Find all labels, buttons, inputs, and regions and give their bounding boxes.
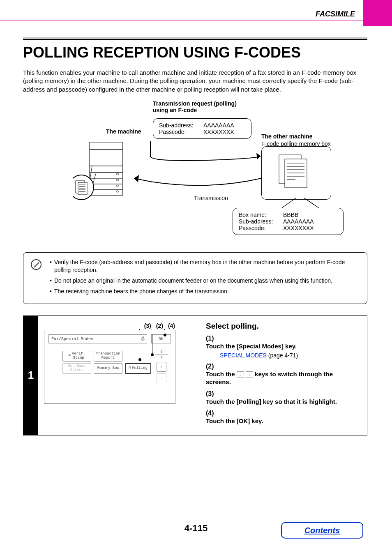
leader-dot (138, 358, 141, 361)
note-item: Verify the F-code (sub-address and passc… (54, 258, 361, 274)
note-item: The receiving machine bears the phone ch… (54, 288, 229, 296)
header-rule (0, 21, 363, 21)
note-icon (31, 259, 42, 270)
machine-label: The machine (106, 128, 141, 135)
ok-button[interactable]: OK (151, 334, 171, 343)
svg-rect-0 (90, 142, 122, 150)
down-arrow-key-icon: ↓ (237, 371, 244, 378)
transaction-report-button[interactable]: Transaction Report (94, 351, 122, 362)
page-down-button[interactable]: ↓ (157, 373, 166, 383)
memory-box-button[interactable]: Memory Box (94, 363, 122, 374)
step-instructions: Select polling. (1) Touch the [Special M… (199, 316, 367, 435)
arrows-icon (126, 137, 265, 199)
svg-rect-2 (90, 166, 122, 173)
leader-dot (151, 353, 154, 356)
mode-icon: ⎙ (141, 336, 144, 342)
header-category: FACSIMILE (316, 10, 355, 18)
svg-marker-21 (256, 153, 261, 159)
page-up-button[interactable]: ↑ (157, 362, 166, 372)
diagram: Transmission request (polling) using an … (39, 100, 367, 248)
step-item-2: Touch the ↓ ↑ keys to switch through the… (206, 370, 346, 386)
svg-point-8 (116, 179, 119, 181)
svg-line-32 (304, 198, 319, 208)
step-item-1: Touch the [Special Modes] key. (206, 342, 346, 350)
section-color-tab (363, 0, 392, 26)
other-machine-label: The other machine (261, 133, 312, 140)
leader-line (152, 334, 152, 354)
step-number: 1 (23, 316, 38, 435)
svg-line-31 (282, 198, 296, 208)
note-item: Do not place an original in the automati… (54, 277, 332, 285)
screen-title: Fax/Special Modes (51, 337, 93, 341)
notes-list: •Verify the F-code (sub-address and pass… (50, 258, 361, 295)
intro-paragraph: This function enables your machine to ca… (23, 69, 367, 94)
title-rule-thick (23, 39, 367, 40)
svg-rect-13 (78, 182, 87, 195)
transmission-label: Transmission (194, 195, 228, 201)
callouts: (3) (2) (4) (44, 322, 175, 329)
own-name-select-button[interactable]: Own Name Select (62, 363, 91, 374)
svg-point-7 (116, 173, 119, 175)
step-1: 1 (3) (2) (4) Fax/Special Modes ⎙ OK (23, 315, 367, 435)
contents-button[interactable]: Contents (281, 522, 363, 539)
content-area: POLLING RECEPTION USING F-CODES This fun… (23, 37, 367, 435)
touch-screen: Fax/Special Modes ⎙ OK ⌘Verif. Stamp Tra… (44, 330, 175, 404)
page-title: POLLING RECEPTION USING F-CODES (23, 44, 367, 61)
step-heading: Select polling. (206, 322, 360, 331)
svg-point-10 (116, 191, 119, 192)
callout-2: (2) (156, 322, 163, 329)
leader-line (140, 334, 140, 359)
printer-icon (73, 138, 127, 210)
svg-marker-22 (134, 175, 139, 182)
memory-box-icon (261, 146, 331, 200)
special-modes-link[interactable]: SPECIAL MODES (220, 352, 267, 359)
svg-rect-1 (90, 150, 122, 166)
memory-box-info: Box name:BBBB Sub-address:AAAAAAAA Passc… (233, 208, 344, 235)
verif-stamp-button[interactable]: ⌘Verif. Stamp (62, 351, 91, 362)
screen-title-bar: Fax/Special Modes ⎙ (48, 334, 147, 343)
title-rule-thin (23, 37, 367, 37)
svg-point-9 (116, 185, 119, 187)
fcode-request-box: Sub-address:AAAAAAAA Passcode:XXXXXXXX (153, 118, 251, 139)
callout-4: (4) (168, 322, 175, 329)
polling-button[interactable]: ⎙Polling (125, 363, 151, 374)
notes-box: •Verify the F-code (sub-address and pass… (23, 252, 367, 304)
step-item-4: Touch the [OK] key. (206, 417, 346, 425)
diagram-caption: Transmission request (polling) using an … (153, 100, 237, 113)
step-item-3: Touch the [Polling] key so that it is hi… (206, 398, 346, 406)
step-screen-cell: (3) (2) (4) Fax/Special Modes ⎙ OK (38, 316, 199, 435)
callout-3: (3) (144, 322, 151, 329)
screen-pager: 2 2 ↑ ↓ (155, 349, 168, 385)
up-arrow-key-icon: ↑ (246, 371, 253, 378)
